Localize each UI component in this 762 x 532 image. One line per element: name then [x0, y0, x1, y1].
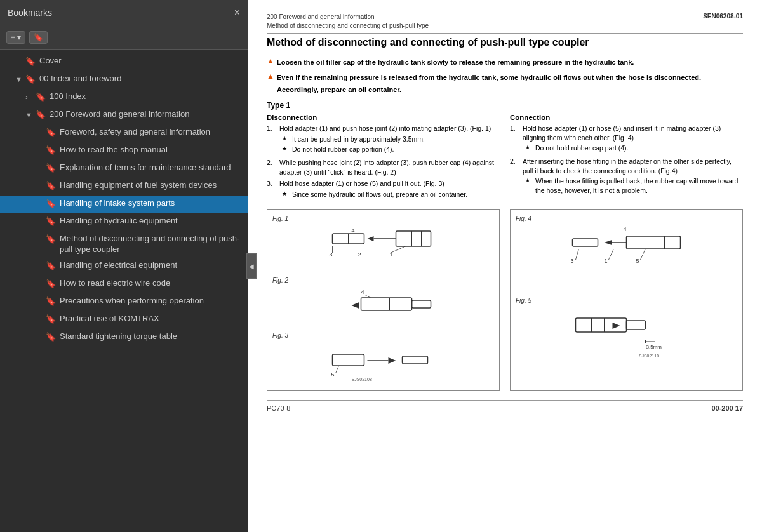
step-d2: 2. While pushing hose joint (2) into ada… — [267, 158, 500, 176]
warning-text-2: Even if the remaining pressure is releas… — [277, 74, 701, 93]
sidebar-item-label: Cover — [39, 56, 243, 67]
svg-rect-23 — [403, 356, 428, 364]
sidebar-item-handling-fuel[interactable]: 🔖 Handling equipment of fuel system devi… — [0, 178, 248, 196]
bullet-d3-1: Since some hydraulic oil flows out, prep… — [292, 190, 467, 199]
svg-rect-13 — [361, 298, 412, 310]
breadcrumb-line1: 200 Foreword and general information — [267, 13, 429, 22]
bookmark-icon: 🔖 — [36, 92, 46, 103]
step-d2-text: While pushing hose joint (2) into adapte… — [279, 159, 494, 176]
expand-icon[interactable]: › — [25, 93, 33, 102]
main-content: 200 Foreword and general information Met… — [248, 0, 762, 532]
bookmark-tree[interactable]: 🔖 Cover ▼ 🔖 00 Index and foreword › 🔖 10… — [0, 50, 248, 532]
figure-3-label: Fig. 3 — [272, 332, 494, 339]
svg-text:3: 3 — [571, 258, 574, 264]
sidebar-item-label: Standard tightening torque table — [60, 331, 243, 342]
step-c2: 2. After inserting the hose fitting in t… — [510, 157, 743, 197]
svg-rect-43 — [627, 321, 646, 329]
type-label: Type 1 — [267, 101, 743, 110]
sidebar-item-100-index[interactable]: › 🔖 100 Index — [0, 89, 248, 107]
right-figures-box: Fig. 4 4 3 1 5 — [510, 209, 743, 391]
disconnection-title: Disconnection — [267, 114, 500, 121]
sidebar-item-00-index[interactable]: ▼ 🔖 00 Index and foreword — [0, 71, 248, 89]
svg-line-38 — [609, 249, 614, 260]
sidebar-item-how-read-wire[interactable]: 🔖 How to read electric wire code — [0, 276, 248, 293]
breadcrumb: 200 Foreword and general information Met… — [267, 13, 429, 30]
svg-text:5: 5 — [636, 258, 639, 264]
bullet-d1-1: It can be pushed in by approximately 3.5… — [292, 135, 491, 144]
sidebar-item-label: Handling equipment of fuel system device… — [60, 180, 243, 191]
sidebar-item-explanation-terms[interactable]: 🔖 Explanation of terms for maintenance s… — [0, 160, 248, 178]
page-title: Method of disconnecting and connecting o… — [267, 36, 743, 50]
bookmark-icon: 🔖 — [46, 314, 56, 325]
list-view-button[interactable]: ≡ ▾ — [6, 31, 25, 44]
bookmark-icon: 🔖 — [25, 57, 36, 67]
sidebar-title: Bookmarks — [8, 8, 52, 18]
sidebar-item-label: How to read the shop manual — [60, 145, 243, 156]
step-d3-text: Hold hose adapter (1) or hose (5) and pu… — [279, 180, 444, 187]
step-c1: 1. Hold hose adapter (1) or hose (5) and… — [510, 124, 743, 154]
sidebar-header: Bookmarks × — [0, 0, 248, 25]
svg-text:5: 5 — [331, 371, 335, 378]
sidebar-item-practical-komtrax[interactable]: 🔖 Practical use of KOMTRAX — [0, 311, 248, 329]
svg-text:1: 1 — [605, 258, 608, 264]
svg-line-12 — [391, 246, 406, 253]
sidebar-item-cover[interactable]: 🔖 Cover — [0, 53, 248, 71]
figure-2-label: Fig. 2 — [272, 277, 494, 284]
bookmark-icon: 🔖 — [46, 279, 56, 289]
toggle-icon — [15, 57, 23, 66]
figure-5-svg: 3.5mm 9JS02110 — [516, 307, 737, 364]
expand-icon[interactable]: ▼ — [25, 110, 33, 119]
sidebar-item-label: How to read electric wire code — [60, 278, 243, 289]
sidebar-item-handling-hydraulic[interactable]: 🔖 Handling of hydraulic equipment — [0, 213, 248, 231]
spacer — [36, 297, 43, 306]
expand-icon[interactable]: ▼ — [15, 75, 23, 84]
figure-3: Fig. 3 5 SJS02108 — [272, 332, 494, 385]
arrow-icon — [352, 302, 359, 309]
svg-rect-29 — [627, 236, 681, 249]
arrow-icon — [605, 240, 612, 245]
sidebar-item-method-disconnecting[interactable]: 🔖 Method of disconnecting and connecting… — [0, 231, 248, 258]
sidebar-item-foreword-safety[interactable]: 🔖 Foreword, safety and general informati… — [0, 124, 248, 142]
arrow-icon — [613, 323, 620, 329]
bullet-c2-1: When the hose fitting is pulled back, th… — [535, 176, 743, 195]
spacer — [36, 146, 43, 155]
figure-5-label: Fig. 5 — [516, 297, 737, 304]
figure-4-label: Fig. 4 — [516, 215, 737, 222]
bullet-c1-1: Do not hold rubber cap part (4). — [535, 143, 743, 153]
sidebar-item-handling-intake[interactable]: 🔖 Handling of intake system parts — [0, 196, 248, 213]
sidebar-item-label: 200 Foreword and general information — [50, 109, 243, 120]
sidebar-item-label: Precautions when performing operation — [60, 296, 243, 307]
disconnection-column: Disconnection 1. Hold adapter (1) and pu… — [267, 114, 500, 203]
sidebar-item-label: Method of disconnecting and connecting o… — [60, 234, 243, 255]
sidebar-item-200-foreword[interactable]: ▼ 🔖 200 Foreword and general information — [0, 107, 248, 124]
svg-line-39 — [641, 249, 646, 260]
sidebar-item-how-to-read[interactable]: 🔖 How to read the shop manual — [0, 142, 248, 160]
connection-column: Connection 1. Hold hose adapter (1) or h… — [510, 114, 743, 203]
bookmark-icon: 🔖 — [46, 296, 56, 307]
spacer — [36, 279, 43, 288]
svg-rect-33 — [573, 239, 598, 246]
sidebar-item-label: Handling of hydraulic equipment — [60, 216, 243, 227]
svg-text:3.5mm: 3.5mm — [646, 344, 662, 350]
figure-1: Fig. 1 4 3 2 1 — [272, 215, 494, 272]
sidebar-toolbar: ≡ ▾ 🔖 — [0, 25, 248, 50]
sidebar-item-handling-electrical[interactable]: 🔖 Handling of electrical equipment — [0, 258, 248, 276]
arrow-icon — [368, 236, 374, 241]
bookmark-view-button[interactable]: 🔖 — [29, 31, 48, 44]
instructions-columns: Disconnection 1. Hold adapter (1) and pu… — [267, 114, 743, 203]
left-figures-box: Fig. 1 4 3 2 1 — [267, 209, 500, 391]
svg-line-37 — [576, 249, 579, 260]
svg-text:4: 4 — [361, 289, 364, 295]
step-c1-text: Hold hose adapter (1) or hose (5) and in… — [523, 124, 721, 142]
svg-rect-17 — [412, 300, 431, 308]
sidebar-item-standard-tightening[interactable]: 🔖 Standard tightening torque table — [0, 329, 248, 347]
sidebar-item-label: Handling of electrical equipment — [60, 260, 243, 271]
sidebar-item-precautions[interactable]: 🔖 Precautions when performing operation — [0, 293, 248, 311]
page-number: 00-200 17 — [711, 404, 743, 412]
bullet-d1-2: Do not hold rubber cap portion (4). — [292, 145, 491, 154]
close-button[interactable]: × — [234, 7, 240, 18]
bookmark-icon: 🔖 — [46, 145, 56, 156]
collapse-sidebar-button[interactable]: ◀ — [246, 253, 257, 279]
doc-id: SEN06208-01 — [703, 13, 743, 20]
sidebar-item-label: Foreword, safety and general information — [60, 127, 243, 138]
